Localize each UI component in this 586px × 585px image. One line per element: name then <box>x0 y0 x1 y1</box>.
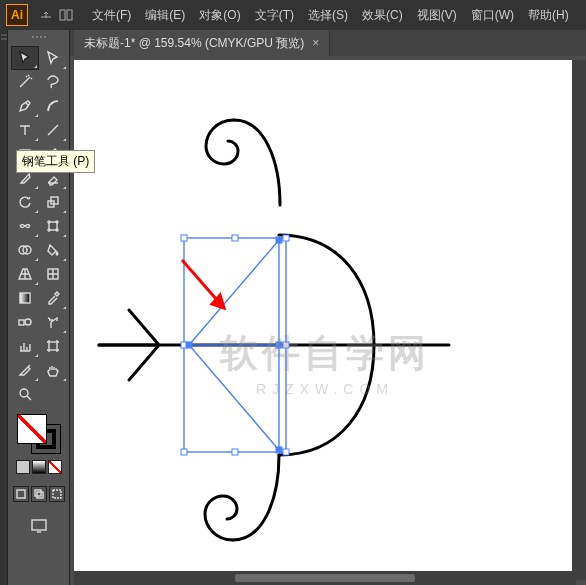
menu-window[interactable]: 窗口(W) <box>465 3 520 28</box>
document-tab-label: 未标题-1* @ 159.54% (CMYK/GPU 预览) <box>84 35 304 52</box>
draw-inside[interactable] <box>49 486 65 502</box>
menu-edit[interactable]: 编辑(E) <box>139 3 191 28</box>
menu-type[interactable]: 文字(T) <box>249 3 300 28</box>
svg-rect-26 <box>283 235 289 241</box>
blend-tool[interactable] <box>11 310 39 334</box>
screen-mode[interactable] <box>28 516 50 536</box>
arrange-docs-icon[interactable] <box>58 7 74 23</box>
close-tab-icon[interactable]: × <box>312 36 319 50</box>
svg-rect-21 <box>53 490 61 498</box>
eyedropper-tool[interactable] <box>39 286 67 310</box>
menu-help[interactable]: 帮助(H) <box>522 3 575 28</box>
cloud-sync-icon[interactable] <box>38 7 54 23</box>
curvature-tool[interactable] <box>39 94 67 118</box>
fill-swatch[interactable] <box>17 414 47 444</box>
document-tab[interactable]: 未标题-1* @ 159.54% (CMYK/GPU 预览) × <box>74 30 330 56</box>
svg-rect-35 <box>276 447 282 453</box>
vertical-scrollbar[interactable] <box>572 60 586 580</box>
line-tool[interactable] <box>39 118 67 142</box>
artboard-tool[interactable] <box>39 334 67 358</box>
svg-rect-20 <box>37 492 43 498</box>
color-mode-row <box>16 460 62 474</box>
color-mode-none[interactable] <box>48 460 62 474</box>
svg-rect-34 <box>276 342 282 348</box>
direct-selection-tool[interactable] <box>39 46 67 70</box>
rotate-tool[interactable] <box>11 190 39 214</box>
pen-tool[interactable] <box>11 94 39 118</box>
control-strip <box>0 30 8 585</box>
fill-stroke-swatch[interactable] <box>17 414 61 454</box>
gradient-tool[interactable] <box>11 286 39 310</box>
svg-rect-19 <box>35 490 41 496</box>
canvas[interactable]: 软件自学网 RJZXW.COM <box>74 60 576 580</box>
svg-rect-28 <box>283 342 289 348</box>
panel-grip[interactable] <box>19 36 59 42</box>
menu-select[interactable]: 选择(S) <box>302 3 354 28</box>
artwork <box>74 60 576 580</box>
menu-bar: 文件(F) 编辑(E) 对象(O) 文字(T) 选择(S) 效果(C) 视图(V… <box>86 3 575 28</box>
shape-builder-tool[interactable] <box>11 238 39 262</box>
draw-behind[interactable] <box>31 486 47 502</box>
app-logo: Ai <box>6 4 28 26</box>
svg-point-15 <box>25 319 31 325</box>
scale-tool[interactable] <box>39 190 67 214</box>
type-tool[interactable] <box>11 118 39 142</box>
perspective-tool[interactable] <box>11 262 39 286</box>
menu-object[interactable]: 对象(O) <box>193 3 246 28</box>
color-mode-gradient[interactable] <box>32 460 46 474</box>
svg-rect-29 <box>181 449 187 455</box>
svg-rect-24 <box>181 235 187 241</box>
svg-rect-0 <box>60 10 65 20</box>
svg-rect-30 <box>232 449 238 455</box>
svg-rect-32 <box>186 342 192 348</box>
document-tabs: 未标题-1* @ 159.54% (CMYK/GPU 预览) × <box>70 30 586 56</box>
color-mode-solid[interactable] <box>16 460 30 474</box>
svg-rect-22 <box>32 520 46 530</box>
title-bar: Ai 文件(F) 编辑(E) 对象(O) 文字(T) 选择(S) 效果(C) 视… <box>0 0 586 30</box>
svg-point-17 <box>20 389 28 397</box>
live-paint-tool[interactable] <box>39 238 67 262</box>
magic-wand-tool[interactable] <box>11 70 39 94</box>
draw-normal[interactable] <box>13 486 29 502</box>
slice-tool[interactable] <box>11 358 39 382</box>
svg-rect-16 <box>49 342 57 350</box>
symbol-sprayer-tool[interactable] <box>39 310 67 334</box>
pen-tooltip: 钢笔工具 (P) <box>16 150 95 173</box>
menu-file[interactable]: 文件(F) <box>86 3 137 28</box>
free-transform-tool[interactable] <box>39 214 67 238</box>
svg-rect-1 <box>67 10 72 20</box>
tools-panel <box>8 30 70 585</box>
svg-rect-31 <box>283 449 289 455</box>
selection-tool[interactable] <box>11 46 39 70</box>
svg-rect-13 <box>20 293 30 303</box>
menu-effect[interactable]: 效果(C) <box>356 3 409 28</box>
zoom-tool[interactable] <box>11 382 39 406</box>
menu-view[interactable]: 视图(V) <box>411 3 463 28</box>
lasso-tool[interactable] <box>39 70 67 94</box>
document-area: 未标题-1* @ 159.54% (CMYK/GPU 预览) × <box>70 30 586 585</box>
svg-rect-14 <box>19 320 24 325</box>
empty-tool-slot <box>39 382 67 406</box>
width-tool[interactable] <box>11 214 39 238</box>
horizontal-scrollbar[interactable] <box>74 571 576 585</box>
hand-tool[interactable] <box>39 358 67 382</box>
mesh-tool[interactable] <box>39 262 67 286</box>
svg-rect-25 <box>232 235 238 241</box>
graph-tool[interactable] <box>11 334 39 358</box>
svg-rect-33 <box>276 237 282 243</box>
draw-modes <box>13 486 65 502</box>
svg-rect-18 <box>17 490 25 498</box>
